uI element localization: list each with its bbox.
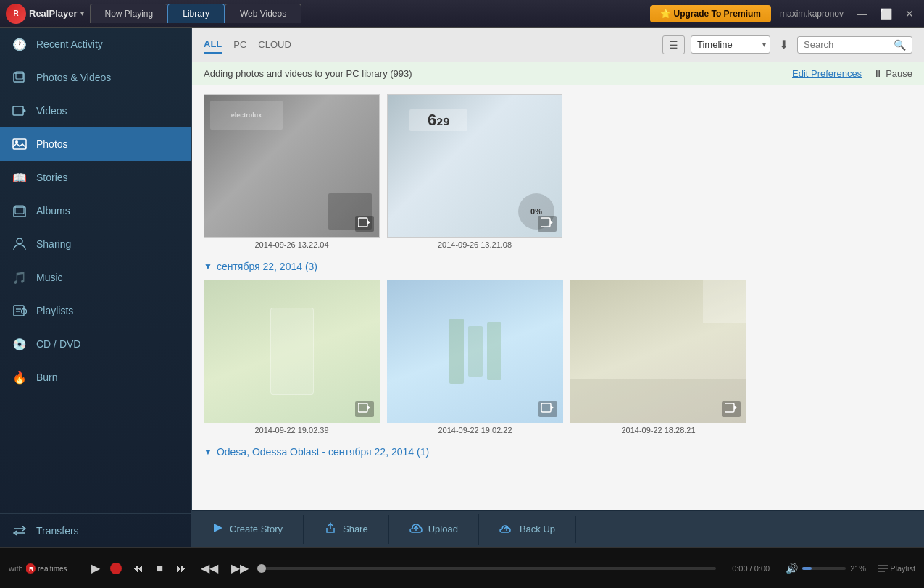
sidebar-item-playlists[interactable]: Playlists — [0, 294, 191, 327]
sidebar-label-stories: Stories — [36, 172, 68, 183]
close-button[interactable]: ✕ — [901, 7, 918, 21]
realtimes-with-label: with — [9, 564, 23, 573]
content-scroll-wrapper: electrolux 2014-09-26 13.22.04 — [192, 85, 924, 510]
sidebar: 🕐 Recent Activity Photos & Videos Videos — [0, 28, 192, 547]
rewind-button[interactable]: ◀◀ — [198, 558, 221, 578]
main-area: 🕐 Recent Activity Photos & Videos Videos — [0, 28, 924, 547]
svg-marker-23 — [214, 524, 222, 532]
minimize-button[interactable]: — — [852, 7, 871, 21]
photo-item[interactable]: 2014-09-22 18.28.21 — [570, 280, 746, 434]
timeline-select-wrapper: Timeline Date Album Folder ▾ — [691, 35, 770, 54]
sidebar-item-photos-videos[interactable]: Photos & Videos — [0, 61, 191, 94]
videos-icon — [12, 103, 28, 119]
sidebar-label-transfers: Transfers — [36, 525, 79, 537]
sidebar-item-music[interactable]: 🎵 Music — [0, 261, 191, 294]
photo-item[interactable]: 6₂₉ 0% — [387, 94, 562, 249]
filter-pc[interactable]: PC — [233, 36, 246, 53]
sidebar-item-albums[interactable]: Albums — [0, 194, 191, 227]
sidebar-item-videos[interactable]: Videos — [0, 94, 191, 127]
sidebar-item-photos[interactable]: Photos — [0, 127, 191, 161]
tab-now-playing[interactable]: Now Playing — [90, 4, 168, 23]
sidebar-label-burn: Burn — [36, 371, 58, 383]
window-controls: — ⬜ ✕ — [852, 7, 918, 21]
sidebar-bottom: Transfers — [0, 513, 191, 547]
tab-library[interactable]: Library — [167, 4, 225, 23]
chevron-down-icon: ▼ — [204, 261, 212, 272]
photo-item[interactable]: 2014-09-22 19.02.39 — [204, 280, 380, 434]
upload-button[interactable]: Upload — [389, 514, 479, 545]
svg-marker-20 — [551, 406, 554, 410]
action-bar: Create Story Share — [192, 510, 924, 547]
sidebar-item-transfers[interactable]: Transfers — [0, 514, 191, 547]
progress-track[interactable] — [257, 567, 716, 570]
banner-right: Edit Preferences ⏸ Pause — [792, 68, 912, 79]
date-label-1: сентября 22, 2014 (3) — [217, 261, 317, 272]
edit-preferences-link[interactable]: Edit Preferences — [792, 68, 862, 79]
date-header-1[interactable]: ▼ сентября 22, 2014 (3) — [204, 261, 912, 272]
filter-all[interactable]: ALL — [204, 35, 222, 54]
stop-button[interactable]: ■ — [154, 559, 167, 578]
photo-timestamp-1: 2014-09-26 13.21.08 — [387, 240, 562, 249]
photo-section-0: electrolux 2014-09-26 13.22.04 — [204, 94, 912, 249]
date-header-2[interactable]: ▼ Odesa, Odessa Oblast - сентября 22, 20… — [204, 446, 912, 458]
volume-area: 🔊 21% — [786, 563, 866, 574]
content-toolbar: ALL PC CLOUD ☰ Timeline Date Album Folde… — [192, 28, 924, 62]
clock-icon: 🕐 — [12, 36, 28, 52]
svg-rect-0 — [14, 73, 24, 82]
realtimes-logo: with R realtimes — [9, 562, 77, 575]
playlist-label: Playlist — [890, 564, 915, 573]
sidebar-label-videos: Videos — [36, 105, 67, 117]
svg-marker-22 — [734, 406, 737, 410]
transfers-icon — [12, 523, 28, 539]
logo-dropdown-arrow[interactable]: ▾ — [80, 9, 84, 17]
svg-marker-16 — [550, 220, 553, 224]
create-story-button[interactable]: Create Story — [192, 515, 304, 544]
stories-icon: 📖 — [12, 169, 28, 185]
upgrade-premium-button[interactable]: ⭐ Upgrade To Premium — [650, 5, 771, 22]
filter-cloud[interactable]: CLOUD — [258, 36, 291, 53]
play-button[interactable]: ▶ — [88, 558, 103, 578]
prev-button[interactable]: ⏮ — [129, 559, 146, 578]
sidebar-label-music: Music — [36, 272, 63, 283]
record-button[interactable] — [110, 563, 122, 574]
progress-banner: Adding photos and videos to your PC libr… — [192, 62, 924, 85]
volume-bar[interactable] — [802, 567, 846, 570]
title-bar-right: ⭐ Upgrade To Premium maxim.kapronov — ⬜ … — [650, 5, 918, 22]
video-indicator-icon — [538, 216, 557, 232]
share-button[interactable]: Share — [304, 515, 389, 544]
volume-icon[interactable]: 🔊 — [786, 563, 798, 574]
sidebar-item-cd-dvd[interactable]: 💿 CD / DVD — [0, 327, 191, 361]
search-input[interactable] — [804, 39, 891, 50]
sharing-icon — [12, 236, 28, 252]
sidebar-item-burn[interactable]: 🔥 Burn — [0, 361, 191, 394]
sidebar-item-stories[interactable]: 📖 Stories — [0, 161, 191, 194]
hamburger-menu-button[interactable]: ☰ — [662, 35, 685, 54]
playlist-button[interactable]: Playlist — [878, 564, 915, 573]
svg-marker-14 — [367, 220, 370, 224]
photos-icon — [12, 136, 28, 152]
forward-button[interactable]: ▶▶ — [228, 558, 251, 578]
sidebar-label-photos-videos: Photos & Videos — [36, 72, 111, 83]
time-display: 0:00 / 0:00 — [722, 564, 780, 573]
photo-item[interactable]: 2014-09-22 19.02.22 — [387, 280, 563, 434]
logo-area[interactable]: R RealPlayer ▾ — [6, 4, 84, 24]
photo-row-0: electrolux 2014-09-26 13.22.04 — [204, 94, 912, 249]
download-button[interactable]: ⬇ — [776, 35, 791, 54]
next-button[interactable]: ⏭ — [173, 559, 191, 578]
music-icon: 🎵 — [12, 269, 28, 285]
maximize-button[interactable]: ⬜ — [875, 7, 896, 21]
create-story-label: Create Story — [230, 524, 283, 534]
photo-section-1: ▼ сентября 22, 2014 (3) — [204, 261, 912, 434]
photo-timestamp-2: 2014-09-22 19.02.39 — [204, 426, 380, 434]
progress-handle[interactable] — [257, 564, 266, 573]
pause-button[interactable]: ⏸ Pause — [873, 68, 912, 79]
photo-item[interactable]: electrolux 2014-09-26 13.22.04 — [204, 94, 380, 249]
tab-web-videos[interactable]: Web Videos — [225, 4, 301, 23]
sidebar-label-photos: Photos — [36, 138, 68, 150]
app-logo-icon: R — [6, 4, 26, 24]
pause-label: Pause — [886, 68, 912, 79]
timeline-select[interactable]: Timeline Date Album Folder — [691, 35, 770, 54]
sidebar-item-recent-activity[interactable]: 🕐 Recent Activity — [0, 28, 191, 61]
backup-button[interactable]: Back Up — [479, 516, 576, 543]
sidebar-item-sharing[interactable]: Sharing — [0, 227, 191, 261]
